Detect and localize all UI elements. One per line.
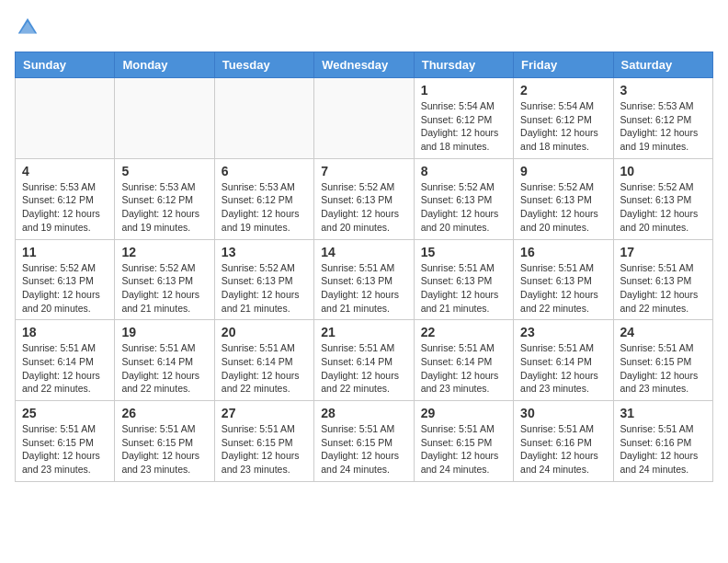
day-info: Sunrise: 5:53 AM Sunset: 6:12 PM Dayligh… xyxy=(620,99,706,154)
day-number: 27 xyxy=(222,406,307,420)
weekday-header: Thursday xyxy=(414,52,513,78)
day-info: Sunrise: 5:51 AM Sunset: 6:13 PM Dayligh… xyxy=(620,261,706,316)
day-info: Sunrise: 5:51 AM Sunset: 6:16 PM Dayligh… xyxy=(520,422,606,477)
day-info: Sunrise: 5:52 AM Sunset: 6:13 PM Dayligh… xyxy=(121,261,207,316)
day-number: 23 xyxy=(520,325,606,339)
calendar-cell xyxy=(115,78,214,159)
day-number: 31 xyxy=(620,406,706,420)
day-info: Sunrise: 5:53 AM Sunset: 6:12 PM Dayligh… xyxy=(121,180,207,235)
day-number: 12 xyxy=(121,245,207,259)
day-number: 11 xyxy=(22,245,108,259)
calendar-cell: 6Sunrise: 5:53 AM Sunset: 6:12 PM Daylig… xyxy=(214,158,313,239)
logo xyxy=(15,15,44,40)
calendar-cell: 19Sunrise: 5:51 AM Sunset: 6:14 PM Dayli… xyxy=(115,320,214,401)
calendar-cell: 28Sunrise: 5:51 AM Sunset: 6:15 PM Dayli… xyxy=(314,401,414,482)
day-info: Sunrise: 5:51 AM Sunset: 6:15 PM Dayligh… xyxy=(321,422,406,477)
day-number: 18 xyxy=(22,325,108,339)
day-number: 19 xyxy=(121,325,207,339)
calendar-cell: 17Sunrise: 5:51 AM Sunset: 6:13 PM Dayli… xyxy=(613,239,712,320)
calendar-cell: 3Sunrise: 5:53 AM Sunset: 6:12 PM Daylig… xyxy=(613,78,712,159)
calendar-cell: 22Sunrise: 5:51 AM Sunset: 6:14 PM Dayli… xyxy=(414,320,513,401)
calendar-cell: 10Sunrise: 5:52 AM Sunset: 6:13 PM Dayli… xyxy=(613,158,712,239)
day-info: Sunrise: 5:54 AM Sunset: 6:12 PM Dayligh… xyxy=(421,99,506,154)
day-number: 10 xyxy=(620,164,706,178)
day-number: 30 xyxy=(520,406,606,420)
day-info: Sunrise: 5:51 AM Sunset: 6:14 PM Dayligh… xyxy=(22,341,108,396)
calendar-cell: 2Sunrise: 5:54 AM Sunset: 6:12 PM Daylig… xyxy=(514,78,613,159)
calendar-cell: 20Sunrise: 5:51 AM Sunset: 6:14 PM Dayli… xyxy=(214,320,313,401)
day-number: 20 xyxy=(222,325,307,339)
day-info: Sunrise: 5:51 AM Sunset: 6:14 PM Dayligh… xyxy=(520,341,606,396)
day-info: Sunrise: 5:51 AM Sunset: 6:15 PM Dayligh… xyxy=(22,422,108,477)
day-number: 4 xyxy=(22,164,108,178)
day-number: 14 xyxy=(321,245,406,259)
weekday-header: Tuesday xyxy=(214,52,313,78)
day-info: Sunrise: 5:51 AM Sunset: 6:15 PM Dayligh… xyxy=(222,422,307,477)
day-info: Sunrise: 5:52 AM Sunset: 6:13 PM Dayligh… xyxy=(421,180,506,235)
day-info: Sunrise: 5:51 AM Sunset: 6:15 PM Dayligh… xyxy=(421,422,506,477)
calendar-cell: 14Sunrise: 5:51 AM Sunset: 6:13 PM Dayli… xyxy=(314,239,414,320)
weekday-header: Saturday xyxy=(613,52,712,78)
day-info: Sunrise: 5:51 AM Sunset: 6:14 PM Dayligh… xyxy=(121,341,207,396)
calendar-week-row: 25Sunrise: 5:51 AM Sunset: 6:15 PM Dayli… xyxy=(16,401,713,482)
day-number: 7 xyxy=(321,164,406,178)
day-info: Sunrise: 5:51 AM Sunset: 6:16 PM Dayligh… xyxy=(620,422,706,477)
calendar-week-row: 4Sunrise: 5:53 AM Sunset: 6:12 PM Daylig… xyxy=(16,158,713,239)
calendar-cell: 9Sunrise: 5:52 AM Sunset: 6:13 PM Daylig… xyxy=(514,158,613,239)
calendar-cell: 29Sunrise: 5:51 AM Sunset: 6:15 PM Dayli… xyxy=(414,401,513,482)
calendar-cell: 4Sunrise: 5:53 AM Sunset: 6:12 PM Daylig… xyxy=(16,158,115,239)
day-info: Sunrise: 5:51 AM Sunset: 6:15 PM Dayligh… xyxy=(121,422,207,477)
calendar-cell: 23Sunrise: 5:51 AM Sunset: 6:14 PM Dayli… xyxy=(514,320,613,401)
day-number: 3 xyxy=(620,83,706,98)
calendar-cell: 7Sunrise: 5:52 AM Sunset: 6:13 PM Daylig… xyxy=(314,158,414,239)
day-number: 9 xyxy=(520,164,606,178)
day-number: 24 xyxy=(620,325,706,339)
day-number: 22 xyxy=(421,325,506,339)
calendar-cell xyxy=(214,78,313,159)
calendar-cell: 13Sunrise: 5:52 AM Sunset: 6:13 PM Dayli… xyxy=(214,239,313,320)
calendar-cell: 5Sunrise: 5:53 AM Sunset: 6:12 PM Daylig… xyxy=(115,158,214,239)
calendar-cell: 11Sunrise: 5:52 AM Sunset: 6:13 PM Dayli… xyxy=(16,239,115,320)
weekday-header: Monday xyxy=(115,52,214,78)
day-number: 21 xyxy=(321,325,406,339)
day-number: 5 xyxy=(121,164,207,178)
day-info: Sunrise: 5:51 AM Sunset: 6:14 PM Dayligh… xyxy=(421,341,506,396)
weekday-header: Wednesday xyxy=(314,52,414,78)
day-info: Sunrise: 5:52 AM Sunset: 6:13 PM Dayligh… xyxy=(520,180,606,235)
logo-icon xyxy=(15,15,40,40)
day-info: Sunrise: 5:52 AM Sunset: 6:13 PM Dayligh… xyxy=(620,180,706,235)
calendar-cell: 16Sunrise: 5:51 AM Sunset: 6:13 PM Dayli… xyxy=(514,239,613,320)
day-number: 15 xyxy=(421,245,506,259)
day-number: 6 xyxy=(222,164,307,178)
day-number: 29 xyxy=(421,406,506,420)
calendar-cell: 12Sunrise: 5:52 AM Sunset: 6:13 PM Dayli… xyxy=(115,239,214,320)
calendar-cell: 30Sunrise: 5:51 AM Sunset: 6:16 PM Dayli… xyxy=(514,401,613,482)
calendar-week-row: 18Sunrise: 5:51 AM Sunset: 6:14 PM Dayli… xyxy=(16,320,713,401)
day-number: 13 xyxy=(222,245,307,259)
calendar-cell xyxy=(16,78,115,159)
calendar-cell: 8Sunrise: 5:52 AM Sunset: 6:13 PM Daylig… xyxy=(414,158,513,239)
day-info: Sunrise: 5:52 AM Sunset: 6:13 PM Dayligh… xyxy=(22,261,108,316)
weekday-header: Friday xyxy=(514,52,613,78)
day-info: Sunrise: 5:51 AM Sunset: 6:13 PM Dayligh… xyxy=(520,261,606,316)
day-info: Sunrise: 5:51 AM Sunset: 6:14 PM Dayligh… xyxy=(321,341,406,396)
day-number: 28 xyxy=(321,406,406,420)
calendar-table: SundayMondayTuesdayWednesdayThursdayFrid… xyxy=(15,52,713,482)
calendar-week-row: 11Sunrise: 5:52 AM Sunset: 6:13 PM Dayli… xyxy=(16,239,713,320)
day-number: 1 xyxy=(421,83,506,98)
page-header xyxy=(15,15,713,40)
calendar-cell: 24Sunrise: 5:51 AM Sunset: 6:15 PM Dayli… xyxy=(613,320,712,401)
weekday-header: Sunday xyxy=(16,52,115,78)
day-number: 2 xyxy=(520,83,606,98)
day-info: Sunrise: 5:52 AM Sunset: 6:13 PM Dayligh… xyxy=(321,180,406,235)
day-number: 26 xyxy=(121,406,207,420)
calendar-cell: 18Sunrise: 5:51 AM Sunset: 6:14 PM Dayli… xyxy=(16,320,115,401)
calendar-cell: 26Sunrise: 5:51 AM Sunset: 6:15 PM Dayli… xyxy=(115,401,214,482)
day-info: Sunrise: 5:51 AM Sunset: 6:13 PM Dayligh… xyxy=(321,261,406,316)
calendar-cell: 15Sunrise: 5:51 AM Sunset: 6:13 PM Dayli… xyxy=(414,239,513,320)
calendar-cell xyxy=(314,78,414,159)
day-info: Sunrise: 5:52 AM Sunset: 6:13 PM Dayligh… xyxy=(222,261,307,316)
calendar-cell: 1Sunrise: 5:54 AM Sunset: 6:12 PM Daylig… xyxy=(414,78,513,159)
day-number: 8 xyxy=(421,164,506,178)
day-info: Sunrise: 5:51 AM Sunset: 6:15 PM Dayligh… xyxy=(620,341,706,396)
